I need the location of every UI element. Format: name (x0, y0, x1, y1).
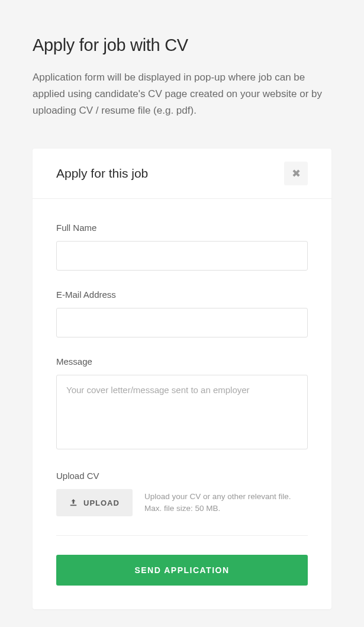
upload-button[interactable]: Upload (56, 489, 133, 516)
full-name-input[interactable] (56, 241, 308, 271)
message-label: Message (56, 356, 308, 366)
page-title: Apply for job with CV (33, 36, 331, 55)
email-label: E-Mail Address (56, 290, 308, 300)
upload-hint-line1: Upload your CV or any other relevant fil… (144, 492, 291, 501)
upload-icon (69, 499, 78, 507)
apply-modal: Apply for this job ✖ Full Name E-Mail Ad… (33, 149, 331, 609)
modal-body: Full Name E-Mail Address Message Upload … (33, 199, 331, 609)
upload-cv-label: Upload CV (56, 471, 308, 481)
message-textarea[interactable] (56, 375, 308, 449)
email-input[interactable] (56, 308, 308, 337)
upload-hint-line2: Max. file size: 50 MB. (144, 504, 220, 513)
upload-hint: Upload your CV or any other relevant fil… (144, 491, 291, 515)
upload-cv-group: Upload CV Upload Upload your CV or any o… (56, 471, 308, 516)
modal-title: Apply for this job (56, 166, 148, 181)
full-name-group: Full Name (56, 223, 308, 271)
upload-row: Upload Upload your CV or any other relev… (56, 489, 308, 516)
message-group: Message (56, 356, 308, 452)
upload-button-label: Upload (83, 499, 120, 507)
modal-header: Apply for this job ✖ (33, 149, 331, 199)
close-button[interactable]: ✖ (284, 162, 308, 185)
page-description: Application form will be displayed in po… (33, 69, 331, 119)
email-group: E-Mail Address (56, 290, 308, 337)
full-name-label: Full Name (56, 223, 308, 233)
close-icon: ✖ (292, 167, 301, 180)
divider (56, 535, 308, 536)
send-application-button[interactable]: Send Application (56, 555, 308, 586)
